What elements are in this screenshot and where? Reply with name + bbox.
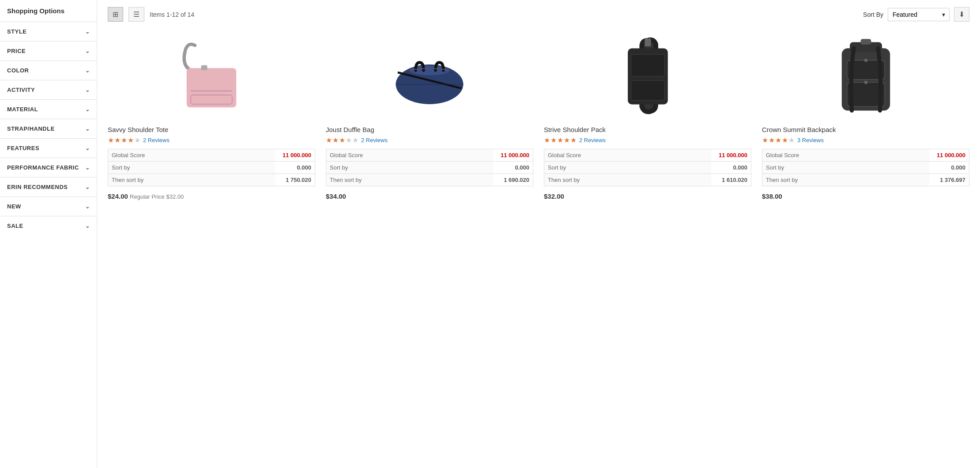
star-3: ★ bbox=[782, 136, 788, 144]
score-row-then-strive-shoulder-pack: Then sort by 1 610.020 bbox=[544, 174, 751, 186]
score-row-global-crown-summit-backpack: Global Score 11 000.000 bbox=[762, 149, 969, 162]
price-current: $32.00 bbox=[544, 192, 564, 200]
filter-label-style: STYLE bbox=[7, 28, 26, 35]
stars-savvy-shoulder-tote: ★★★★★ bbox=[108, 136, 140, 144]
score-label-then: Then sort by bbox=[108, 174, 275, 186]
score-row-then-joust-duffle-bag: Then sort by 1 690.020 bbox=[326, 174, 533, 186]
product-price-savvy-shoulder-tote: $24.00 Regular Price $32.00 bbox=[108, 192, 315, 200]
product-name-joust-duffle-bag[interactable]: Joust Duffle Bag bbox=[326, 126, 533, 133]
score-table-savvy-shoulder-tote: Global Score 11 000.000 Sort by 0.000 Th… bbox=[108, 149, 315, 186]
filter-label-color: COLOR bbox=[7, 67, 29, 74]
svg-rect-9 bbox=[631, 54, 664, 76]
filter-header-sale[interactable]: SALE ⌄ bbox=[0, 216, 97, 235]
product-image-wrapper-strive-shoulder-pack[interactable] bbox=[544, 32, 751, 121]
product-card-crown-summit-backpack: Crown Summit Backpack ★★★★★ 3 Reviews Gl… bbox=[762, 32, 969, 200]
reviews-link-joust-duffle-bag[interactable]: 2 Reviews bbox=[361, 137, 388, 143]
filter-strap-handle: STRAP/HANDLE ⌄ bbox=[0, 119, 97, 138]
filter-header-style[interactable]: STYLE ⌄ bbox=[0, 22, 97, 41]
filter-label-performance-fabric: PERFORMANCE FABRIC bbox=[7, 164, 79, 171]
filter-color: COLOR ⌄ bbox=[0, 60, 97, 80]
score-value-sort-strive-shoulder-pack: 0.000 bbox=[711, 162, 751, 174]
filter-new: NEW ⌄ bbox=[0, 196, 97, 216]
reviews-link-crown-summit-backpack[interactable]: 3 Reviews bbox=[797, 137, 824, 143]
svg-rect-2 bbox=[201, 65, 207, 70]
chevron-icon-features: ⌄ bbox=[85, 145, 90, 151]
score-row-global-savvy-shoulder-tote: Global Score 11 000.000 bbox=[108, 149, 315, 162]
grid-view-button[interactable]: ⊞ bbox=[108, 7, 123, 22]
stars-row-crown-summit-backpack: ★★★★★ 3 Reviews bbox=[762, 136, 969, 144]
score-label-global: Global Score bbox=[326, 149, 493, 161]
score-label-sort: Sort by bbox=[544, 162, 711, 174]
chevron-icon-price: ⌄ bbox=[85, 48, 90, 54]
star-4: ★ bbox=[788, 136, 795, 144]
score-label-global: Global Score bbox=[544, 149, 711, 161]
svg-rect-0 bbox=[187, 68, 237, 107]
product-image-wrapper-joust-duffle-bag[interactable] bbox=[326, 32, 533, 121]
reviews-link-savvy-shoulder-tote[interactable]: 2 Reviews bbox=[143, 137, 170, 143]
score-row-sort-joust-duffle-bag: Sort by 0.000 bbox=[326, 162, 533, 174]
sort-label: Sort By bbox=[863, 11, 883, 18]
star-1: ★ bbox=[769, 136, 775, 144]
score-label-global: Global Score bbox=[762, 149, 929, 161]
star-2: ★ bbox=[339, 136, 345, 144]
score-label-sort: Sort by bbox=[326, 162, 493, 174]
product-name-savvy-shoulder-tote[interactable]: Savvy Shoulder Tote bbox=[108, 126, 315, 133]
chevron-icon-style: ⌄ bbox=[85, 29, 90, 35]
score-row-sort-savvy-shoulder-tote: Sort by 0.000 bbox=[108, 162, 315, 174]
sidebar-title: Shopping Options bbox=[0, 7, 97, 22]
star-0: ★ bbox=[108, 136, 114, 144]
star-1: ★ bbox=[332, 136, 339, 144]
score-row-global-strive-shoulder-pack: Global Score 11 000.000 bbox=[544, 149, 751, 162]
svg-rect-11 bbox=[645, 38, 651, 46]
filter-header-activity[interactable]: ACTIVITY ⌄ bbox=[0, 80, 97, 99]
sort-select[interactable]: FeaturedPositionProduct NamePrice bbox=[888, 8, 950, 21]
filter-header-features[interactable]: FEATURES ⌄ bbox=[0, 139, 97, 158]
filter-header-price[interactable]: PRICE ⌄ bbox=[0, 42, 97, 60]
filter-label-new: NEW bbox=[7, 203, 21, 210]
stars-row-strive-shoulder-pack: ★★★★★ 2 Reviews bbox=[544, 136, 751, 144]
list-view-button[interactable]: ☰ bbox=[128, 7, 144, 22]
chevron-icon-strap-handle: ⌄ bbox=[85, 126, 90, 132]
items-count: Items 1-12 of 14 bbox=[150, 11, 194, 18]
star-3: ★ bbox=[346, 136, 352, 144]
filter-price: PRICE ⌄ bbox=[0, 41, 97, 60]
star-1: ★ bbox=[114, 136, 121, 144]
filter-header-performance-fabric[interactable]: PERFORMANCE FABRIC ⌄ bbox=[0, 158, 97, 177]
score-label-sort: Sort by bbox=[762, 162, 929, 174]
score-value-then-strive-shoulder-pack: 1 610.020 bbox=[711, 174, 751, 186]
filter-label-strap-handle: STRAP/HANDLE bbox=[7, 125, 55, 132]
stars-joust-duffle-bag: ★★★★★ bbox=[326, 136, 358, 144]
product-name-strive-shoulder-pack[interactable]: Strive Shoulder Pack bbox=[544, 126, 751, 133]
score-table-strive-shoulder-pack: Global Score 11 000.000 Sort by 0.000 Th… bbox=[544, 149, 751, 186]
score-label-then: Then sort by bbox=[544, 174, 711, 186]
product-image-wrapper-savvy-shoulder-tote[interactable] bbox=[108, 32, 315, 121]
filter-header-color[interactable]: COLOR ⌄ bbox=[0, 61, 97, 80]
sort-select-wrapper: FeaturedPositionProduct NamePrice bbox=[888, 8, 950, 21]
score-value-sort-savvy-shoulder-tote: 0.000 bbox=[275, 162, 315, 174]
star-2: ★ bbox=[121, 136, 127, 144]
product-price-joust-duffle-bag: $34.00 bbox=[326, 192, 533, 200]
chevron-icon-material: ⌄ bbox=[85, 106, 90, 113]
star-2: ★ bbox=[557, 136, 563, 144]
product-image-wrapper-crown-summit-backpack[interactable] bbox=[762, 32, 969, 121]
score-value-then-joust-duffle-bag: 1 690.020 bbox=[493, 174, 533, 186]
filter-performance-fabric: PERFORMANCE FABRIC ⌄ bbox=[0, 158, 97, 177]
filter-header-erin-recommends[interactable]: ERIN RECOMMENDS ⌄ bbox=[0, 177, 97, 196]
filter-header-new[interactable]: NEW ⌄ bbox=[0, 197, 97, 216]
filter-label-price: PRICE bbox=[7, 48, 26, 54]
score-value-global-crown-summit-backpack: 11 000.000 bbox=[929, 149, 969, 161]
svg-rect-10 bbox=[631, 80, 664, 100]
filter-header-material[interactable]: MATERIAL ⌄ bbox=[0, 100, 97, 119]
chevron-icon-activity: ⌄ bbox=[85, 87, 90, 93]
filter-label-activity: ACTIVITY bbox=[7, 87, 35, 93]
product-name-crown-summit-backpack[interactable]: Crown Summit Backpack bbox=[762, 126, 969, 133]
star-3: ★ bbox=[128, 136, 134, 144]
filter-header-strap-handle[interactable]: STRAP/HANDLE ⌄ bbox=[0, 119, 97, 138]
reviews-link-strive-shoulder-pack[interactable]: 2 Reviews bbox=[579, 137, 606, 143]
download-button[interactable]: ⬇ bbox=[954, 7, 969, 22]
product-price-crown-summit-backpack: $38.00 bbox=[762, 192, 969, 200]
star-0: ★ bbox=[544, 136, 550, 144]
score-row-sort-strive-shoulder-pack: Sort by 0.000 bbox=[544, 162, 751, 174]
filter-sale: SALE ⌄ bbox=[0, 216, 97, 235]
product-card-savvy-shoulder-tote: Savvy Shoulder Tote ★★★★★ 2 Reviews Glob… bbox=[108, 32, 315, 200]
